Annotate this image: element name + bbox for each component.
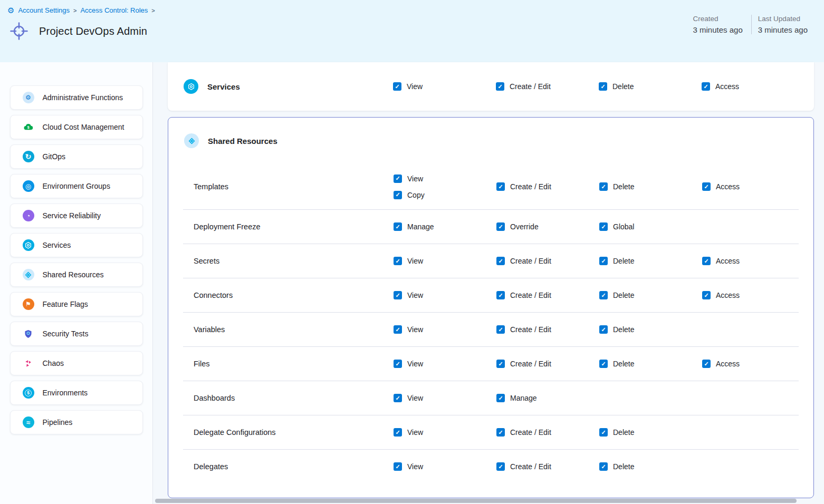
permission-checkbox-checked[interactable]: ✓ — [599, 462, 608, 471]
permission-checkbox-checked[interactable]: ✓ — [599, 325, 608, 334]
permission-item: ✓Create / Edit — [496, 182, 599, 191]
permission-item: ✓View — [394, 462, 496, 471]
permission-checkbox-checked[interactable]: ✓ — [599, 360, 608, 368]
permission-checkbox-checked[interactable]: ✓ — [702, 257, 711, 265]
permission-checkbox-checked[interactable]: ✓ — [496, 291, 505, 299]
sidebar-item-feature-flags[interactable]: ⚑Feature Flags — [10, 292, 143, 316]
permission-cell: ✓Access — [702, 291, 813, 299]
sidebar-item-label: Environment Groups — [43, 182, 110, 190]
permission-label: Access — [716, 257, 740, 265]
resource-label: Variables — [194, 325, 394, 334]
permission-cell: ✓View — [394, 462, 496, 471]
permission-row-files: Files✓View✓Create / Edit✓Delete✓Access — [168, 347, 813, 381]
permission-item: ✓Access — [702, 257, 813, 265]
permission-checkbox-checked[interactable]: ✓ — [599, 257, 608, 265]
sidebar-item-environments[interactable]: $Environments — [10, 381, 143, 405]
permission-checkbox-checked[interactable]: ✓ — [702, 182, 711, 191]
sidebar-item-gitops[interactable]: ↻GitOps — [10, 144, 143, 169]
permission-cell: ✓Create / Edit — [496, 82, 599, 91]
permission-row-variables: Variables✓View✓Create / Edit✓Delete — [168, 313, 813, 346]
resource-label: Templates — [194, 182, 394, 191]
sidebar-item-cloud-cost-management[interactable]: $Cloud Cost Management — [10, 115, 143, 139]
permission-label: Create / Edit — [510, 182, 551, 191]
permission-label: Create / Edit — [510, 325, 551, 334]
permission-cell: ✓Override — [496, 222, 599, 231]
permission-checkbox-checked[interactable]: ✓ — [496, 325, 505, 334]
permission-label: Delete — [613, 291, 634, 299]
permission-checkbox-checked[interactable]: ✓ — [496, 222, 505, 231]
permission-label: View — [407, 291, 423, 299]
sidebar-item-pipelines[interactable]: ≈Pipelines — [10, 410, 143, 434]
permission-item: ✓Create / Edit — [496, 360, 599, 368]
permission-checkbox-checked[interactable]: ✓ — [599, 291, 608, 299]
permission-label: View — [407, 428, 423, 437]
breadcrumb-link-account-settings[interactable]: Account Settings — [18, 6, 70, 14]
permission-checkbox-checked[interactable]: ✓ — [496, 360, 505, 368]
permission-checkbox-checked[interactable]: ✓ — [599, 428, 608, 437]
permission-checkbox-checked[interactable]: ✓ — [394, 175, 402, 183]
permissions-main: Services ✓View✓Create / Edit✓Delete✓Acce… — [153, 62, 824, 504]
permission-checkbox-checked[interactable]: ✓ — [394, 291, 402, 299]
permission-checkbox-checked[interactable]: ✓ — [394, 257, 402, 265]
permission-checkbox-checked[interactable]: ✓ — [599, 222, 608, 231]
permission-checkbox-checked[interactable]: ✓ — [394, 462, 402, 471]
permission-cell: ✓Delete — [599, 182, 702, 191]
sidebar-item-service-reliability[interactable]: ◔Service Reliability — [10, 203, 143, 228]
permission-label: Manage — [407, 222, 434, 231]
permission-item: ✓Create / Edit — [496, 82, 599, 91]
horizontal-scrollbar-thumb[interactable] — [155, 499, 797, 503]
breadcrumb-link-access-control-roles[interactable]: Access Control: Roles — [80, 6, 148, 14]
permission-row-dashboards: Dashboards✓View✓Manage — [168, 381, 813, 415]
settings-gear-icon: ⚙ — [7, 6, 14, 14]
permission-checkbox-checked[interactable]: ✓ — [496, 394, 505, 402]
permission-checkbox-checked[interactable]: ✓ — [394, 325, 402, 334]
permission-checkbox-checked[interactable]: ✓ — [496, 462, 505, 471]
permission-checkbox-checked[interactable]: ✓ — [394, 360, 402, 368]
permission-item: ✓Access — [702, 182, 813, 191]
permission-checkbox-checked[interactable]: ✓ — [394, 428, 402, 437]
permission-checkbox-checked[interactable]: ✓ — [599, 182, 608, 191]
sidebar-item-shared-resources[interactable]: Shared Resources — [10, 263, 143, 287]
permission-checkbox-checked[interactable]: ✓ — [496, 182, 505, 191]
permission-cell: ✓View — [394, 291, 496, 299]
sidebar-item-security-tests[interactable]: Security Tests — [10, 322, 143, 346]
permission-label: View — [407, 394, 423, 402]
last-updated-label: Last Updated — [758, 15, 808, 23]
permission-checkbox-checked[interactable]: ✓ — [394, 222, 402, 231]
permission-checkbox-checked[interactable]: ✓ — [702, 291, 711, 299]
content-layout: ⚙Administrative Functions$Cloud Cost Man… — [0, 62, 824, 504]
permission-checkbox-checked[interactable]: ✓ — [394, 191, 402, 199]
breadcrumb: ⚙ Account Settings > Access Control: Rol… — [7, 6, 813, 14]
sidebar-item-label: Security Tests — [43, 329, 89, 338]
permission-label: Create / Edit — [510, 360, 551, 368]
permission-checkbox-checked[interactable]: ✓ — [702, 82, 710, 91]
created-label: Created — [693, 15, 743, 23]
sidebar-item-chaos[interactable]: Chaos — [10, 351, 143, 375]
permission-item: ✓Delete — [599, 291, 702, 299]
admin-functions-icon: ⚙ — [23, 92, 34, 103]
sidebar-item-environment-groups[interactable]: ◎Environment Groups — [10, 174, 143, 198]
permission-checkbox-checked[interactable]: ✓ — [496, 257, 505, 265]
permission-checkbox-checked[interactable]: ✓ — [496, 428, 505, 437]
permission-label: Delete — [612, 82, 634, 91]
permission-checkbox-checked[interactable]: ✓ — [394, 394, 402, 402]
sidebar-item-services[interactable]: Services — [10, 233, 143, 257]
section-title: Services — [207, 82, 240, 91]
breadcrumb-separator-icon: > — [151, 7, 155, 14]
page-header: ⚙ Account Settings > Access Control: Rol… — [0, 0, 824, 62]
permission-cell: ✓Access — [702, 182, 813, 191]
permission-checkbox-checked[interactable]: ✓ — [702, 360, 711, 368]
permission-checkbox-checked[interactable]: ✓ — [599, 82, 607, 91]
sidebar-item-label: Services — [43, 241, 71, 249]
permission-checkbox-checked[interactable]: ✓ — [393, 82, 401, 91]
permission-item: ✓View — [394, 257, 496, 265]
permission-checkbox-checked[interactable]: ✓ — [496, 82, 504, 91]
permission-cell: ✓View — [394, 325, 496, 334]
permission-item: ✓Delete — [599, 182, 702, 191]
permission-item: ✓View — [394, 428, 496, 437]
sidebar-item-administrative-functions[interactable]: ⚙Administrative Functions — [10, 85, 143, 110]
created-value: 3 minutes ago — [693, 25, 743, 34]
permission-row-deployment-freeze: Deployment Freeze✓Manage✓Override✓Global — [168, 210, 813, 244]
permission-label: Create / Edit — [510, 291, 551, 299]
shared-resources-icon — [23, 269, 34, 280]
